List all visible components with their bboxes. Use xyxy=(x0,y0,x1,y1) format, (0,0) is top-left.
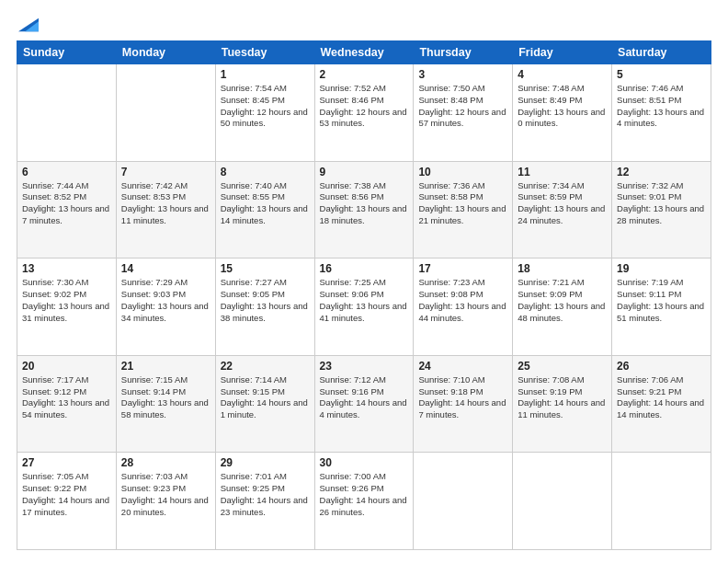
day-number: 4 xyxy=(518,68,607,81)
day-info: Sunrise: 7:54 AM Sunset: 8:45 PM Dayligh… xyxy=(221,83,310,130)
day-info: Sunrise: 7:06 AM Sunset: 9:21 PM Dayligh… xyxy=(617,374,706,421)
day-number: 13 xyxy=(22,262,111,275)
calendar-cell xyxy=(612,453,711,550)
day-info: Sunrise: 7:19 AM Sunset: 9:11 PM Dayligh… xyxy=(617,277,706,324)
day-info: Sunrise: 7:00 AM Sunset: 9:26 PM Dayligh… xyxy=(320,471,409,518)
calendar-cell: 22Sunrise: 7:14 AM Sunset: 9:15 PM Dayli… xyxy=(215,355,314,453)
calendar-week-3: 13Sunrise: 7:30 AM Sunset: 9:02 PM Dayli… xyxy=(17,259,711,356)
day-info: Sunrise: 7:12 AM Sunset: 9:16 PM Dayligh… xyxy=(320,374,409,421)
day-number: 8 xyxy=(221,166,310,178)
day-info: Sunrise: 7:21 AM Sunset: 9:09 PM Dayligh… xyxy=(518,277,607,324)
day-info: Sunrise: 7:27 AM Sunset: 9:05 PM Dayligh… xyxy=(221,277,310,324)
day-info: Sunrise: 7:17 AM Sunset: 9:12 PM Dayligh… xyxy=(22,374,111,421)
day-info: Sunrise: 7:08 AM Sunset: 9:19 PM Dayligh… xyxy=(518,374,607,421)
day-number: 18 xyxy=(518,262,607,275)
day-info: Sunrise: 7:34 AM Sunset: 8:59 PM Dayligh… xyxy=(518,180,607,227)
day-number: 3 xyxy=(418,68,507,81)
day-number: 12 xyxy=(617,166,706,178)
calendar-cell xyxy=(513,453,612,550)
day-info: Sunrise: 7:29 AM Sunset: 9:03 PM Dayligh… xyxy=(121,277,210,324)
day-number: 10 xyxy=(418,166,507,178)
calendar-cell: 1Sunrise: 7:54 AM Sunset: 8:45 PM Daylig… xyxy=(215,64,314,162)
day-info: Sunrise: 7:42 AM Sunset: 8:53 PM Dayligh… xyxy=(121,180,210,227)
calendar-cell: 3Sunrise: 7:50 AM Sunset: 8:48 PM Daylig… xyxy=(414,64,513,162)
calendar-cell: 12Sunrise: 7:32 AM Sunset: 9:01 PM Dayli… xyxy=(612,161,711,259)
calendar-cell: 30Sunrise: 7:00 AM Sunset: 9:26 PM Dayli… xyxy=(314,453,414,550)
day-number: 22 xyxy=(221,360,310,373)
day-number: 7 xyxy=(121,166,210,178)
calendar-cell: 24Sunrise: 7:10 AM Sunset: 9:18 PM Dayli… xyxy=(414,355,513,453)
calendar-cell: 13Sunrise: 7:30 AM Sunset: 9:02 PM Dayli… xyxy=(17,259,117,356)
calendar-cell xyxy=(116,64,215,162)
day-number: 23 xyxy=(320,360,409,373)
calendar-header-tuesday: Tuesday xyxy=(215,41,314,64)
day-info: Sunrise: 7:38 AM Sunset: 8:56 PM Dayligh… xyxy=(320,180,409,227)
calendar-header-saturday: Saturday xyxy=(612,41,711,64)
day-info: Sunrise: 7:01 AM Sunset: 9:25 PM Dayligh… xyxy=(221,471,310,518)
calendar-cell: 29Sunrise: 7:01 AM Sunset: 9:25 PM Dayli… xyxy=(215,453,314,550)
calendar-table: SundayMondayTuesdayWednesdayThursdayFrid… xyxy=(17,40,711,550)
calendar-header-sunday: Sunday xyxy=(17,41,117,64)
calendar-cell xyxy=(414,453,513,550)
calendar-header-row: SundayMondayTuesdayWednesdayThursdayFrid… xyxy=(17,41,711,64)
calendar-cell: 16Sunrise: 7:25 AM Sunset: 9:06 PM Dayli… xyxy=(314,259,414,356)
day-number: 29 xyxy=(221,456,310,469)
day-info: Sunrise: 7:40 AM Sunset: 8:55 PM Dayligh… xyxy=(221,180,310,227)
calendar-cell: 7Sunrise: 7:42 AM Sunset: 8:53 PM Daylig… xyxy=(116,161,215,259)
calendar-cell: 11Sunrise: 7:34 AM Sunset: 8:59 PM Dayli… xyxy=(513,161,612,259)
calendar-week-4: 20Sunrise: 7:17 AM Sunset: 9:12 PM Dayli… xyxy=(17,355,711,453)
calendar-cell: 5Sunrise: 7:46 AM Sunset: 8:51 PM Daylig… xyxy=(612,64,711,162)
calendar-header-thursday: Thursday xyxy=(414,41,513,64)
calendar-cell: 8Sunrise: 7:40 AM Sunset: 8:55 PM Daylig… xyxy=(215,161,314,259)
day-info: Sunrise: 7:14 AM Sunset: 9:15 PM Dayligh… xyxy=(221,374,310,421)
header xyxy=(17,17,711,31)
logo-icon xyxy=(18,15,39,35)
calendar-cell: 25Sunrise: 7:08 AM Sunset: 9:19 PM Dayli… xyxy=(513,355,612,453)
day-number: 2 xyxy=(320,68,409,81)
calendar-cell: 10Sunrise: 7:36 AM Sunset: 8:58 PM Dayli… xyxy=(414,161,513,259)
day-number: 21 xyxy=(121,360,210,373)
calendar-week-5: 27Sunrise: 7:05 AM Sunset: 9:22 PM Dayli… xyxy=(17,453,711,550)
day-info: Sunrise: 7:50 AM Sunset: 8:48 PM Dayligh… xyxy=(418,83,507,130)
day-info: Sunrise: 7:46 AM Sunset: 8:51 PM Dayligh… xyxy=(617,83,706,130)
logo xyxy=(17,17,39,31)
calendar-header-friday: Friday xyxy=(513,41,612,64)
calendar-week-2: 6Sunrise: 7:44 AM Sunset: 8:52 PM Daylig… xyxy=(17,161,711,259)
day-info: Sunrise: 7:10 AM Sunset: 9:18 PM Dayligh… xyxy=(418,374,507,421)
day-number: 27 xyxy=(22,456,111,469)
day-number: 16 xyxy=(320,262,409,275)
day-number: 6 xyxy=(22,166,111,178)
day-number: 14 xyxy=(121,262,210,275)
day-info: Sunrise: 7:03 AM Sunset: 9:23 PM Dayligh… xyxy=(121,471,210,518)
calendar-cell: 14Sunrise: 7:29 AM Sunset: 9:03 PM Dayli… xyxy=(116,259,215,356)
calendar-header-monday: Monday xyxy=(116,41,215,64)
day-info: Sunrise: 7:32 AM Sunset: 9:01 PM Dayligh… xyxy=(617,180,706,227)
calendar-cell: 4Sunrise: 7:48 AM Sunset: 8:49 PM Daylig… xyxy=(513,64,612,162)
day-number: 15 xyxy=(221,262,310,275)
day-number: 1 xyxy=(221,68,310,81)
calendar-cell: 19Sunrise: 7:19 AM Sunset: 9:11 PM Dayli… xyxy=(612,259,711,356)
day-info: Sunrise: 7:36 AM Sunset: 8:58 PM Dayligh… xyxy=(418,180,507,227)
calendar-cell: 20Sunrise: 7:17 AM Sunset: 9:12 PM Dayli… xyxy=(17,355,117,453)
day-number: 24 xyxy=(418,360,507,373)
day-number: 20 xyxy=(22,360,111,373)
day-info: Sunrise: 7:25 AM Sunset: 9:06 PM Dayligh… xyxy=(320,277,409,324)
day-info: Sunrise: 7:23 AM Sunset: 9:08 PM Dayligh… xyxy=(418,277,507,324)
calendar-cell: 27Sunrise: 7:05 AM Sunset: 9:22 PM Dayli… xyxy=(17,453,117,550)
calendar-cell: 26Sunrise: 7:06 AM Sunset: 9:21 PM Dayli… xyxy=(612,355,711,453)
calendar-cell: 6Sunrise: 7:44 AM Sunset: 8:52 PM Daylig… xyxy=(17,161,117,259)
calendar-cell: 28Sunrise: 7:03 AM Sunset: 9:23 PM Dayli… xyxy=(116,453,215,550)
calendar-cell: 2Sunrise: 7:52 AM Sunset: 8:46 PM Daylig… xyxy=(314,64,414,162)
calendar-cell: 21Sunrise: 7:15 AM Sunset: 9:14 PM Dayli… xyxy=(116,355,215,453)
calendar-cell: 18Sunrise: 7:21 AM Sunset: 9:09 PM Dayli… xyxy=(513,259,612,356)
day-info: Sunrise: 7:05 AM Sunset: 9:22 PM Dayligh… xyxy=(22,471,111,518)
day-info: Sunrise: 7:52 AM Sunset: 8:46 PM Dayligh… xyxy=(320,83,409,130)
calendar-week-1: 1Sunrise: 7:54 AM Sunset: 8:45 PM Daylig… xyxy=(17,64,711,162)
day-info: Sunrise: 7:48 AM Sunset: 8:49 PM Dayligh… xyxy=(518,83,607,130)
day-info: Sunrise: 7:15 AM Sunset: 9:14 PM Dayligh… xyxy=(121,374,210,421)
day-number: 5 xyxy=(617,68,706,81)
calendar-header-wednesday: Wednesday xyxy=(314,41,414,64)
day-number: 11 xyxy=(518,166,607,178)
page: SundayMondayTuesdayWednesdayThursdayFrid… xyxy=(0,0,728,563)
day-number: 28 xyxy=(121,456,210,469)
